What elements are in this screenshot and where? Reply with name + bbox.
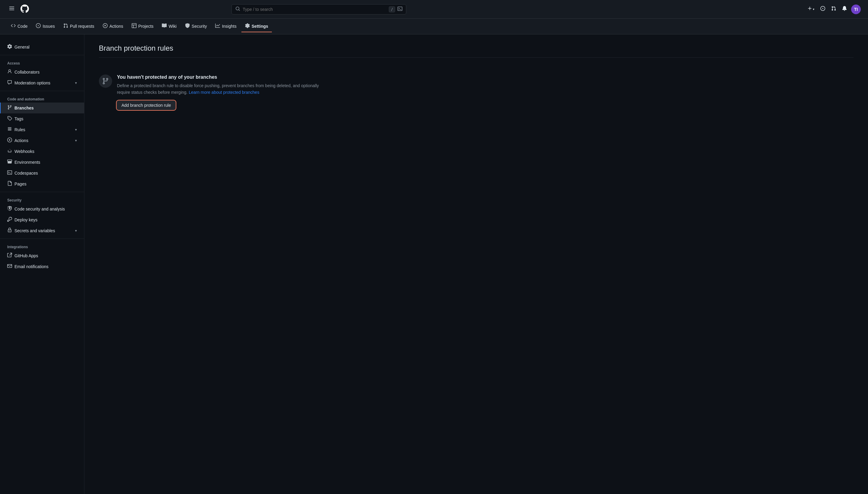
shield-lock-icon (7, 206, 12, 212)
empty-state-description: Define a protected branch rule to disabl… (117, 82, 328, 96)
tab-security-label: Security (192, 24, 207, 28)
actions-tab-icon (103, 23, 107, 29)
tab-pull-requests[interactable]: Pull requests (60, 21, 98, 32)
tab-code[interactable]: Code (7, 21, 31, 32)
sidebar-environments-label: Environments (15, 160, 40, 165)
pull-requests-button[interactable] (829, 4, 838, 14)
sidebar-section-code-automation: Code and automation (0, 94, 84, 102)
search-icon (235, 6, 240, 12)
avatar[interactable]: TI (851, 4, 861, 14)
hamburger-button[interactable] (7, 4, 16, 15)
sidebar-item-code-security[interactable]: Code security and analysis (0, 204, 84, 214)
pr-icon (831, 6, 836, 12)
pages-icon (7, 181, 12, 187)
add-branch-protection-rule-button[interactable]: Add branch protection rule (117, 101, 175, 110)
empty-state: You haven't protected any of your branch… (99, 67, 853, 117)
learn-more-link[interactable]: Learn more about protected branches (189, 90, 259, 95)
top-nav: / ▾ (0, 0, 868, 19)
settings-icon (245, 23, 250, 29)
sidebar-item-pages[interactable]: Pages (0, 178, 84, 189)
empty-state-content: You haven't protected any of your branch… (117, 75, 328, 110)
sidebar-item-branches[interactable]: Branches (0, 102, 84, 113)
issues-button[interactable] (818, 4, 827, 14)
sidebar-item-rules[interactable]: Rules ▾ (0, 124, 84, 135)
sidebar-divider-1 (0, 55, 84, 55)
issues-icon (36, 23, 41, 29)
tab-projects-label: Projects (138, 24, 154, 28)
empty-state-title: You haven't protected any of your branch… (117, 75, 328, 80)
wiki-icon (162, 23, 167, 29)
sidebar-rules-label: Rules (15, 127, 25, 132)
tag-icon (7, 116, 12, 122)
sidebar-divider-4 (0, 239, 84, 239)
tab-actions[interactable]: Actions (99, 21, 127, 32)
tab-security[interactable]: Security (181, 21, 211, 32)
sidebar-deploy-keys-label: Deploy keys (15, 217, 37, 222)
sidebar-item-collaborators[interactable]: Collaborators (0, 66, 84, 77)
insights-icon (215, 23, 220, 29)
sidebar-divider-3 (0, 192, 84, 192)
tab-wiki-label: Wiki (169, 24, 176, 28)
sidebar-item-deploy-keys[interactable]: Deploy keys (0, 214, 84, 225)
search-bar[interactable]: / (232, 4, 406, 15)
tab-issues-label: Issues (42, 24, 55, 28)
page-title: Branch protection rules (99, 44, 853, 53)
codespaces-icon (7, 170, 12, 176)
rules-icon (7, 127, 12, 133)
sidebar: General Access Collaborators Moderation … (0, 34, 84, 494)
github-logo (20, 4, 29, 14)
comment-icon (7, 80, 12, 86)
sidebar-branches-label: Branches (15, 106, 34, 110)
plus-chevron-icon: ▾ (813, 7, 814, 11)
notifications-button[interactable] (840, 4, 849, 14)
sidebar-item-webhooks[interactable]: Webhooks (0, 146, 84, 157)
actions-icon (7, 137, 12, 144)
search-kbd: / (389, 6, 395, 12)
sidebar-item-secrets-variables[interactable]: Secrets and variables ▾ (0, 225, 84, 236)
search-input[interactable] (243, 7, 387, 12)
github-logo-link[interactable] (20, 4, 29, 15)
tab-projects[interactable]: Projects (128, 21, 157, 32)
sidebar-item-actions[interactable]: Actions ▾ (0, 135, 84, 146)
sidebar-item-tags[interactable]: Tags (0, 113, 84, 124)
tab-insights-label: Insights (222, 24, 236, 28)
tab-wiki[interactable]: Wiki (158, 21, 180, 32)
sidebar-webhooks-label: Webhooks (15, 149, 34, 154)
sidebar-actions-label: Actions (15, 138, 28, 143)
top-nav-right: ▾ TI (806, 4, 861, 14)
sidebar-secrets-label: Secrets and variables (15, 228, 55, 233)
secrets-chevron-icon: ▾ (75, 229, 77, 233)
tab-actions-label: Actions (110, 24, 123, 28)
sidebar-pages-label: Pages (15, 182, 26, 186)
sidebar-item-environments[interactable]: Environments (0, 157, 84, 168)
terminal-icon (397, 6, 402, 12)
sidebar-item-moderation-options[interactable]: Moderation options ▾ (0, 77, 84, 88)
tab-insights[interactable]: Insights (212, 21, 240, 32)
sidebar-item-email-notifications[interactable]: Email notifications (0, 261, 84, 272)
plus-icon (807, 6, 812, 12)
projects-tab-icon (132, 23, 137, 29)
sidebar-item-github-apps[interactable]: GitHub Apps (0, 250, 84, 261)
pr-tab-icon (63, 23, 68, 29)
sidebar-email-notifications-label: Email notifications (15, 264, 48, 269)
create-new-button[interactable]: ▾ (806, 4, 816, 14)
tab-code-label: Code (18, 24, 27, 28)
sidebar-item-general[interactable]: General (0, 42, 84, 53)
sidebar-section-integrations: Integrations (0, 241, 84, 250)
branch-protection-icon (99, 75, 112, 88)
mail-icon (7, 264, 12, 270)
environments-icon (7, 159, 12, 165)
tab-settings[interactable]: Settings (241, 21, 272, 32)
sidebar-item-codespaces[interactable]: Codespaces (0, 168, 84, 178)
person-icon (7, 69, 12, 75)
content-divider (99, 57, 853, 58)
moderation-chevron-icon: ▾ (75, 81, 77, 85)
code-icon (11, 23, 16, 29)
tab-issues[interactable]: Issues (32, 21, 58, 32)
repo-nav: Code Issues Pull requests Actions Projec… (0, 19, 868, 34)
main-layout: General Access Collaborators Moderation … (0, 34, 868, 494)
sidebar-general-label: General (15, 45, 29, 50)
sidebar-code-security-label: Code security and analysis (15, 207, 65, 211)
tab-pr-label: Pull requests (70, 24, 94, 28)
sidebar-codespaces-label: Codespaces (15, 171, 38, 175)
